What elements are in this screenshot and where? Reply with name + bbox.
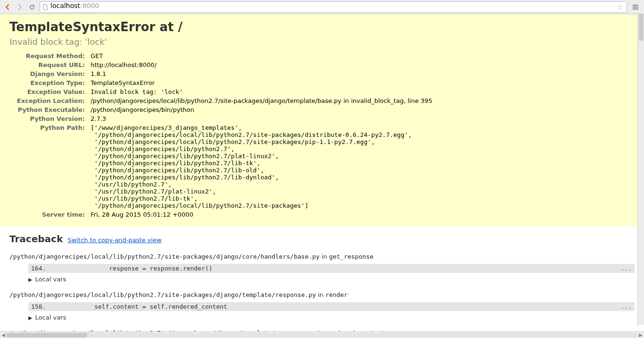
- meta-label: Exception Type:: [9, 79, 85, 86]
- meta-value: Fri, 28 Aug 2015 05:01:12 +0000: [91, 211, 635, 218]
- bookmark-star-icon[interactable]: ☆: [616, 2, 625, 11]
- scrollbar-track[interactable]: [7, 333, 637, 338]
- meta-label: Exception Value:: [9, 88, 85, 95]
- forward-button[interactable]: [15, 2, 25, 12]
- scroll-right-icon[interactable]: ▶: [637, 332, 644, 338]
- error-title: TemplateSyntaxError at /: [9, 20, 635, 34]
- local-vars-toggle[interactable]: ▶ Local vars: [28, 276, 635, 283]
- meta-value: 1.8.1: [91, 70, 635, 77]
- meta-value: http://localhost:8000/: [91, 61, 635, 68]
- frame-in: in: [316, 330, 326, 331]
- local-vars-label: Local vars: [35, 314, 67, 321]
- code-text: response = response.render(): [50, 265, 621, 272]
- meta-value: Invalid block tag: 'lock': [91, 88, 635, 95]
- hamburger-menu-button[interactable]: [630, 1, 641, 13]
- vertical-scrollbar[interactable]: [637, 14, 644, 325]
- url-port: :8000: [80, 2, 99, 9]
- traceback-frame: /python/djangorecipes/local/lib/python2.…: [9, 253, 635, 283]
- frame-func: get_response: [329, 253, 374, 260]
- local-vars-label: Local vars: [35, 276, 67, 283]
- frame-codeblock[interactable]: 164. response = response.render() ...: [28, 264, 635, 273]
- code-text: self.content = self.rendered_content: [50, 303, 621, 310]
- page-icon: [42, 4, 49, 10]
- line-number: 164.: [31, 265, 50, 272]
- meta-value: /python/djangorecipes/local/lib/python2.…: [91, 97, 635, 104]
- meta-value: GET: [91, 52, 635, 59]
- code-line: 158. self.content = self.rendered_conten…: [28, 302, 635, 311]
- traceback-heading: Traceback: [9, 233, 63, 245]
- meta-label: Python Path:: [9, 124, 85, 209]
- error-meta-table: Request Method: GET Request URL: http://…: [9, 52, 635, 218]
- traceback-section: Traceback Switch to copy-and-paste view …: [0, 227, 644, 331]
- back-button[interactable]: [3, 2, 12, 12]
- line-number: 158.: [31, 303, 50, 310]
- meta-value: TemplateSyntaxError: [91, 79, 635, 86]
- meta-label: Exception Location:: [9, 97, 85, 104]
- meta-label: Server time:: [9, 211, 85, 218]
- url-host: localhost: [50, 2, 80, 9]
- triangle-right-icon: ▶: [28, 315, 32, 321]
- meta-label: Python Version:: [9, 115, 85, 122]
- frame-file: /python/djangorecipes/local/lib/python2.…: [9, 330, 316, 331]
- meta-value: ['/www/djangorecipes/3_django_templates'…: [91, 124, 635, 209]
- error-subtitle: Invalid block tag: 'lock': [9, 37, 635, 47]
- frame-location: /python/djangorecipes/local/lib/python2.…: [9, 291, 635, 298]
- address-bar[interactable]: localhost:8000 ☆: [40, 1, 627, 13]
- frame-in: in: [316, 291, 326, 298]
- url-display[interactable]: localhost:8000: [50, 2, 614, 12]
- frame-location: /python/djangorecipes/local/lib/python2.…: [9, 330, 635, 331]
- traceback-frame: /python/djangorecipes/local/lib/python2.…: [9, 330, 635, 331]
- meta-label: Python Executable:: [9, 106, 85, 113]
- frame-in: in: [319, 253, 329, 260]
- ellipsis-icon[interactable]: ...: [621, 265, 632, 272]
- meta-label: Request Method:: [9, 52, 85, 59]
- meta-value: /python/djangorecipes/bin/python: [91, 106, 635, 113]
- frame-func: rendered_content: [326, 330, 385, 331]
- scrollbar-thumb[interactable]: [7, 333, 87, 338]
- traceback-frame: /python/djangorecipes/local/lib/python2.…: [9, 291, 635, 321]
- meta-label: Django Version:: [9, 70, 85, 77]
- meta-label: Request URL:: [9, 61, 85, 68]
- horizontal-scrollbar[interactable]: ◀ ▶: [0, 331, 644, 338]
- frame-file: /python/djangorecipes/local/lib/python2.…: [9, 291, 316, 298]
- triangle-right-icon: ▶: [28, 277, 32, 283]
- browser-toolbar: localhost:8000 ☆: [0, 0, 644, 14]
- meta-value: 2.7.3: [91, 115, 635, 122]
- frame-func: render: [326, 291, 348, 298]
- switch-view-link[interactable]: Switch to copy-and-paste view: [67, 237, 161, 244]
- scroll-left-icon[interactable]: ◀: [0, 332, 7, 338]
- frame-codeblock[interactable]: 158. self.content = self.rendered_conten…: [28, 302, 635, 311]
- reload-button[interactable]: [27, 2, 37, 12]
- error-summary: TemplateSyntaxError at / Invalid block t…: [0, 14, 644, 227]
- page-viewport: TemplateSyntaxError at / Invalid block t…: [0, 14, 644, 331]
- local-vars-toggle[interactable]: ▶ Local vars: [28, 314, 635, 321]
- code-line: 164. response = response.render() ...: [28, 264, 635, 273]
- frame-file: /python/djangorecipes/local/lib/python2.…: [9, 253, 319, 260]
- frame-location: /python/djangorecipes/local/lib/python2.…: [9, 253, 635, 260]
- scrollbar-thumb[interactable]: [639, 14, 644, 41]
- ellipsis-icon[interactable]: ...: [621, 303, 632, 310]
